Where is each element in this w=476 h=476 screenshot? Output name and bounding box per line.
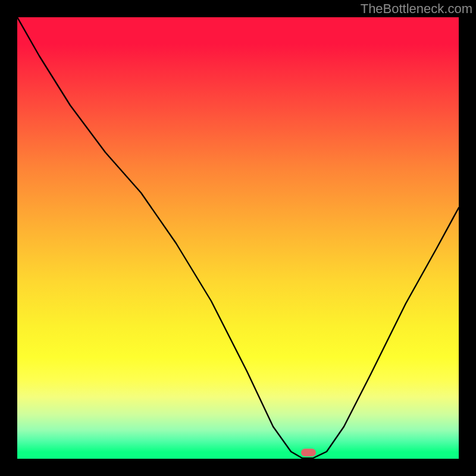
optimal-point-marker xyxy=(301,449,316,456)
chart-container: TheBottleneck.com xyxy=(0,0,476,476)
bottleneck-curve xyxy=(17,17,459,459)
bottleneck-curve-path xyxy=(17,17,459,458)
plot-area xyxy=(17,17,459,459)
watermark-text: TheBottleneck.com xyxy=(361,1,472,17)
